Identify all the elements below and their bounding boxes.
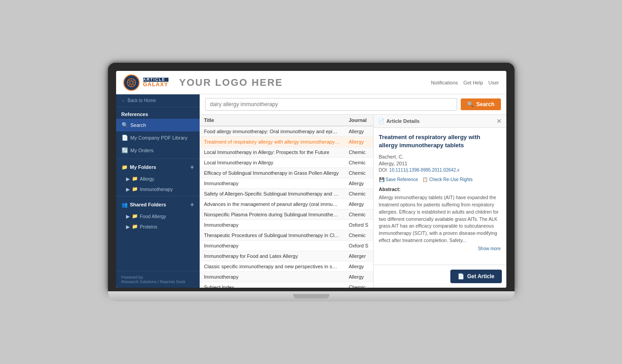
sidebar: ← Back to Home References 🔍 Search 📄 My … [116, 94, 200, 288]
top-nav-right: Notifications Get Help User [431, 80, 499, 85]
check-reuse-button[interactable]: 📋 Check Re-Use Rights [422, 177, 472, 182]
result-title: Immunotherapy [200, 178, 344, 189]
result-journal: Allergy [344, 261, 373, 272]
back-to-home-link[interactable]: ← Back to Home [116, 94, 200, 107]
search-icon: 🔍 [122, 122, 128, 128]
table-row[interactable]: Local Immunotherapy in Allergy: Prospect… [200, 147, 373, 158]
sidebar-pdf-label: My Company PDF Library [131, 135, 188, 140]
folder-icon-allergy: 📁 [132, 176, 138, 182]
search-button-label: Search [476, 101, 494, 107]
my-folders-section[interactable]: 📁 My Folders + [116, 161, 200, 173]
folder-icon-immunotherapy: 📁 [132, 186, 138, 192]
get-help-button[interactable]: Get Help [463, 80, 483, 85]
result-journal: Chemic [344, 282, 373, 288]
table-row[interactable]: ImmunotherapyOxford S [200, 220, 373, 230]
pdf-library-icon: 📄 [122, 135, 128, 141]
table-row[interactable]: Treatment of respiratory allergy with al… [200, 137, 373, 147]
svg-point-1 [130, 81, 133, 84]
folder-food-allergy-label: Food Allergy [140, 214, 166, 219]
table-row[interactable]: Classic specific immunotherapy and new p… [200, 261, 373, 272]
sidebar-search-label: Search [131, 122, 146, 128]
sidebar-item-orders[interactable]: 🔄 My Orders [116, 144, 200, 157]
result-journal: Allergy [344, 178, 373, 189]
result-title: Local Immunotherapy in Allergy: Prospect… [200, 147, 344, 158]
back-arrow-icon: ← [122, 98, 126, 103]
table-row[interactable]: Nonspecific Plasma Proteins during Subli… [200, 210, 373, 220]
sidebar-folder-immunotherapy[interactable]: ▶ 📁 Immunotherapy [116, 184, 200, 194]
col-header-title: Title [200, 115, 344, 126]
save-reference-button[interactable]: 💾 Save Reference [379, 177, 418, 182]
result-journal: Allergy [344, 199, 373, 210]
abstract-label: Abstract: [379, 187, 501, 192]
detail-author: Bachert, C. [379, 154, 501, 159]
result-title: Immunotherapy [200, 241, 344, 251]
table-row[interactable]: Advances in the management of peanut all… [200, 199, 373, 210]
add-folder-button[interactable]: + [190, 163, 194, 171]
sidebar-item-search[interactable]: 🔍 Search [116, 119, 200, 131]
sidebar-folder-allergy[interactable]: ▶ 📁 Allergy [116, 173, 200, 184]
detail-title-icon: 📄 [378, 118, 384, 124]
table-row[interactable]: ImmunotherapyAllergy [200, 178, 373, 189]
logo-area: ARTICLE GALAXY [123, 75, 168, 91]
result-title: Classic specific immunotherapy and new p… [200, 261, 344, 272]
detail-panel-title: 📄 Article Details [378, 118, 420, 124]
search-button[interactable]: 🔍 Search [461, 98, 500, 110]
main-area: ← Back to Home References 🔍 Search 📄 My … [116, 94, 506, 288]
table-row[interactable]: Therapeutic Procedures of Sublingual Imm… [200, 230, 373, 241]
sidebar-shared-proteins[interactable]: ▶ 📁 Proteins [116, 221, 200, 232]
notifications-button[interactable]: Notifications [431, 80, 458, 85]
result-journal: Chemic [344, 168, 373, 178]
logo-galaxy: GALAXY [143, 82, 168, 87]
table-row[interactable]: Subject IndexChemic [200, 282, 373, 288]
expand-icon-4: ▶ [126, 224, 130, 229]
sidebar-item-pdf-library[interactable]: 📄 My Company PDF Library [116, 131, 200, 144]
search-bar: 🔍 Search [200, 94, 506, 115]
result-journal: Chemic [344, 189, 373, 199]
table-row[interactable]: Efficacy of Sublingual Immunotherapy in … [200, 168, 373, 178]
search-button-icon: 🔍 [467, 101, 474, 107]
screen-bezel: ARTICLE GALAXY YOUR LOGO HERE Notificati… [108, 63, 514, 291]
doi-link[interactable]: 10.1111/j.1398-9995.2011.02642.x [389, 168, 459, 173]
show-more-link[interactable]: Show more [379, 246, 501, 251]
sidebar-shared-food-allergy[interactable]: ▶ 📁 Food Allergy [116, 211, 200, 221]
expand-icon-3: ▶ [126, 214, 130, 219]
detail-footer: 📄 Get Article [374, 265, 506, 288]
references-section-title: References [116, 107, 200, 119]
detail-doi: DOI: 10.1111/j.1398-9995.2011.02642.x [379, 168, 501, 173]
shared-folders-section[interactable]: 👥 Shared Folders + [116, 198, 200, 211]
result-title: Local Immunotherapy in Allergy [200, 158, 344, 168]
table-row[interactable]: Food allergy immunotherapy: Oral immunot… [200, 126, 373, 137]
result-journal: Allergy [344, 272, 373, 282]
add-shared-folder-button[interactable]: + [190, 201, 194, 208]
table-row[interactable]: Safety of Allergen-Specific Sublingual I… [200, 189, 373, 199]
check-reuse-icon: 📋 [422, 177, 428, 182]
get-article-button[interactable]: 📄 Get Article [450, 270, 501, 283]
table-row[interactable]: ImmunotherapyOxford S [200, 241, 373, 251]
table-row[interactable]: Immunotherapy for Food and Latex Allergy… [200, 251, 373, 261]
save-ref-icon: 💾 [379, 177, 384, 182]
laptop-notch [293, 294, 329, 299]
expand-icon: ▶ [126, 176, 130, 182]
sidebar-divider-2 [116, 196, 200, 196]
result-journal: Allerger [344, 251, 373, 261]
result-journal: Allergy [344, 126, 373, 137]
my-folders-icon: 📁 [122, 164, 128, 170]
check-reuse-label: Check Re-Use Rights [429, 177, 472, 182]
orders-icon: 🔄 [122, 147, 128, 154]
detail-close-button[interactable]: ✕ [496, 117, 502, 125]
user-menu-button[interactable]: User [488, 80, 499, 85]
table-row[interactable]: ImmunotherapyAllergy [200, 272, 373, 282]
table-row[interactable]: Local Immunotherapy in AllergyChemic [200, 158, 373, 168]
result-title: Treatment of respiratory allergy with al… [200, 137, 344, 147]
content-area: 🔍 Search Title [200, 94, 506, 288]
result-journal: Chemic [344, 147, 373, 158]
sidebar-footer: Powered by: Research Solutions / Reprint… [116, 271, 200, 288]
laptop-base [108, 291, 514, 301]
app-container: ARTICLE GALAXY YOUR LOGO HERE Notificati… [116, 71, 506, 288]
doi-label: DOI: [379, 168, 388, 173]
detail-title-text: Article Details [387, 118, 420, 124]
shared-folders-icon: 👥 [122, 202, 128, 208]
search-input[interactable] [205, 98, 458, 111]
result-title: Immunotherapy for Food and Latex Allergy [200, 251, 344, 261]
result-journal: Chemic [344, 158, 373, 168]
